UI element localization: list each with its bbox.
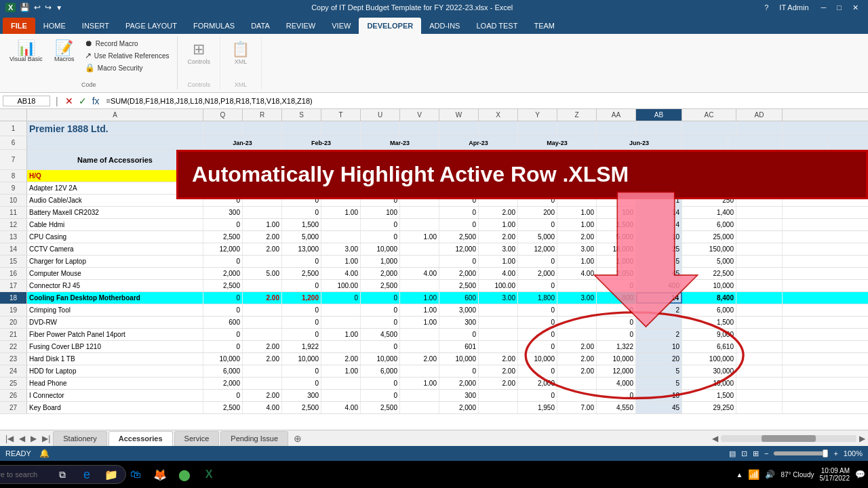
cell-u1[interactable] xyxy=(361,121,400,136)
view-layout-icon[interactable]: ⊡ xyxy=(741,449,747,458)
quick-access-save[interactable]: 💾 xyxy=(20,3,30,12)
cell-q24[interactable]: 6,000 xyxy=(203,365,243,377)
cell-y17[interactable]: 0 xyxy=(518,280,557,291)
macros-button[interactable]: 📝 Macros xyxy=(50,38,79,65)
cell-r24[interactable] xyxy=(243,365,282,377)
cell-aa17[interactable]: 0 xyxy=(597,280,636,291)
cell-q26[interactable]: 0 xyxy=(203,390,243,401)
cell-v25[interactable]: 1.00 xyxy=(400,378,439,389)
zoom-in-icon[interactable]: + xyxy=(833,449,837,458)
cell-s14[interactable]: 13,000 xyxy=(282,243,321,255)
cell-w21[interactable]: 0 xyxy=(439,329,479,340)
cell-z21[interactable] xyxy=(557,329,597,340)
cell-aa21[interactable]: 0 xyxy=(597,329,636,340)
confirm-formula-icon[interactable]: ✓ xyxy=(77,96,88,106)
cell-s15[interactable]: 0 xyxy=(282,256,321,267)
cell-ab21[interactable]: 2 xyxy=(636,329,682,340)
cell-ac24[interactable]: 30,000 xyxy=(682,365,736,377)
sheet-tab-accessories[interactable]: Accessories xyxy=(108,431,173,446)
cell-r12[interactable]: 1.00 xyxy=(243,219,282,230)
cell-q21[interactable]: 0 xyxy=(203,329,243,340)
cell-w17[interactable]: 2,500 xyxy=(439,280,479,291)
cell-y24[interactable]: 0 xyxy=(518,365,557,377)
tab-team[interactable]: TEAM xyxy=(526,18,563,34)
cell-qr6[interactable]: Jan-23 xyxy=(203,136,282,149)
cell-aa22[interactable]: 1,322 xyxy=(597,341,636,352)
sheet-nav-last[interactable]: ▶| xyxy=(39,434,53,443)
macro-security-button[interactable]: 🔒 Macro Security xyxy=(82,62,172,73)
tab-file[interactable]: FILE xyxy=(3,18,35,34)
cell-s24[interactable]: 0 xyxy=(282,365,321,377)
col-header-y[interactable]: Y xyxy=(518,109,557,121)
cell-a19[interactable]: Crimping Tool xyxy=(27,304,203,316)
cell-ac26[interactable]: 1,500 xyxy=(682,390,736,401)
scroll-right-icon[interactable]: ▶ xyxy=(859,434,865,443)
cell-v12[interactable] xyxy=(400,219,439,230)
cell-ab23[interactable]: 20 xyxy=(636,353,682,365)
cell-t24[interactable]: 1.00 xyxy=(321,365,361,377)
col-header-a[interactable]: A xyxy=(27,109,203,121)
cell-a21[interactable]: Fiber Power Patch Panel 14port xyxy=(27,329,203,340)
cell-t17[interactable]: 100.00 xyxy=(321,280,361,291)
sheet-tab-pending[interactable]: Pending Issue xyxy=(220,431,288,446)
cell-x15[interactable]: 1.00 xyxy=(479,256,518,267)
cell-ad14[interactable] xyxy=(736,243,783,255)
view-normal-icon[interactable]: ▤ xyxy=(729,449,736,458)
cell-z15[interactable]: 1.00 xyxy=(557,256,597,267)
cell-s18[interactable]: 1,200 xyxy=(282,292,321,304)
cell-a17[interactable]: Connector RJ 45 xyxy=(27,280,203,291)
cell-aa20[interactable]: 0 xyxy=(597,317,636,328)
cell-ac19[interactable]: 6,000 xyxy=(682,304,736,316)
cell-aaab6[interactable]: Jun-23 xyxy=(597,136,682,149)
cell-ac16[interactable]: 22,500 xyxy=(682,268,736,279)
cell-t21[interactable]: 1.00 xyxy=(321,329,361,340)
cell-ac14[interactable]: 150,000 xyxy=(682,243,736,255)
up-arrow-icon[interactable]: ▲ xyxy=(736,471,743,479)
cell-u16[interactable]: 2,000 xyxy=(361,268,400,279)
cell-a20[interactable]: DVD-RW xyxy=(27,317,203,328)
cell-w27[interactable]: 2,000 xyxy=(439,402,479,413)
cell-v11[interactable] xyxy=(400,207,439,218)
cell-s25[interactable]: 0 xyxy=(282,378,321,389)
cell-t27[interactable]: 4.00 xyxy=(321,402,361,413)
zoom-out-icon[interactable]: − xyxy=(764,449,768,458)
cell-aa11[interactable]: 100 xyxy=(597,207,636,218)
cell-v24[interactable] xyxy=(400,365,439,377)
cell-reference-box[interactable]: AB18 xyxy=(3,96,50,106)
use-relative-button[interactable]: ↗ Use Relative References xyxy=(82,50,172,61)
cell-ab15[interactable]: 5 xyxy=(636,256,682,267)
cell-a23[interactable]: Hard Disk 1 TB xyxy=(27,353,203,365)
cell-s11[interactable]: 0 xyxy=(282,207,321,218)
col-header-r[interactable]: R xyxy=(243,109,282,121)
cell-y22[interactable]: 0 xyxy=(518,341,557,352)
cell-ad20[interactable] xyxy=(736,317,783,328)
cell-t16[interactable]: 4.00 xyxy=(321,268,361,279)
tab-home[interactable]: HOME xyxy=(35,18,74,34)
cell-ad17[interactable] xyxy=(736,280,783,291)
cell-ad11[interactable] xyxy=(736,207,783,218)
cell-y20[interactable]: 0 xyxy=(518,317,557,328)
cell-wx6[interactable]: Apr-23 xyxy=(439,136,518,149)
cell-y14[interactable]: 12,000 xyxy=(518,243,557,255)
cell-st6[interactable]: Feb-23 xyxy=(282,136,361,149)
chrome-button[interactable]: ⬤ xyxy=(174,464,195,485)
cell-ac18[interactable]: 8,400 xyxy=(682,292,736,304)
cell-a22[interactable]: Fusing Cover LBP 1210 xyxy=(27,341,203,352)
cell-w22[interactable]: 601 xyxy=(439,341,479,352)
task-view-button[interactable]: ⧉ xyxy=(52,464,73,485)
cell-u20[interactable]: 0 xyxy=(361,317,400,328)
cell-s1[interactable] xyxy=(282,121,321,136)
tab-loadtest[interactable]: LOAD TEST xyxy=(468,18,526,34)
cell-q17[interactable]: 2,500 xyxy=(203,280,243,291)
cell-z27[interactable]: 7.00 xyxy=(557,402,597,413)
cell-q1[interactable] xyxy=(203,121,243,136)
notification-center-icon[interactable]: 💬 xyxy=(855,470,865,479)
cell-aa12[interactable]: 1,500 xyxy=(597,219,636,230)
cell-t12[interactable] xyxy=(321,219,361,230)
cell-ad1[interactable] xyxy=(736,121,783,136)
tab-developer[interactable]: DEVELOPER xyxy=(359,18,421,34)
cell-q20[interactable]: 600 xyxy=(203,317,243,328)
cell-u25[interactable]: 0 xyxy=(361,378,400,389)
cell-q11[interactable]: 300 xyxy=(203,207,243,218)
cell-y11[interactable]: 200 xyxy=(518,207,557,218)
